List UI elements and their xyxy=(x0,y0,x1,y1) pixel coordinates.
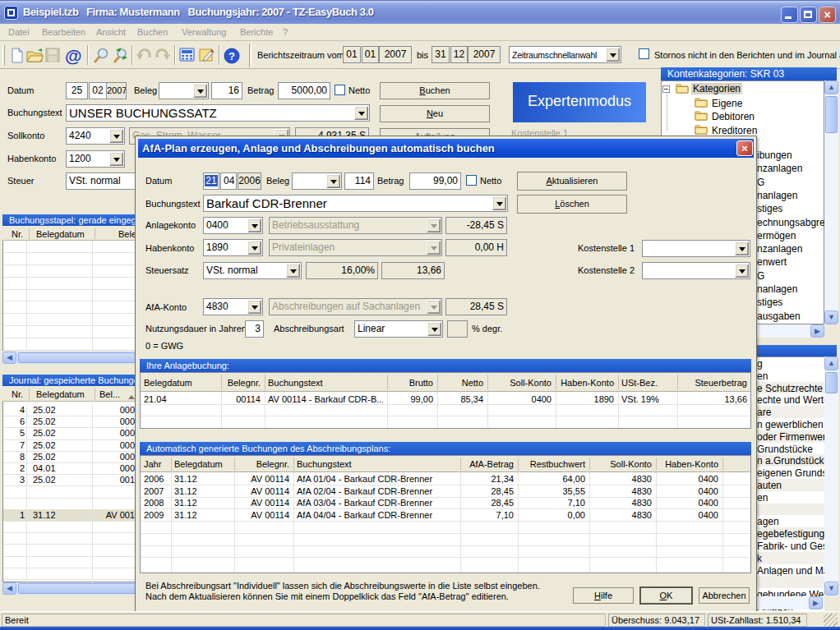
svg-text:?: ? xyxy=(228,50,235,62)
